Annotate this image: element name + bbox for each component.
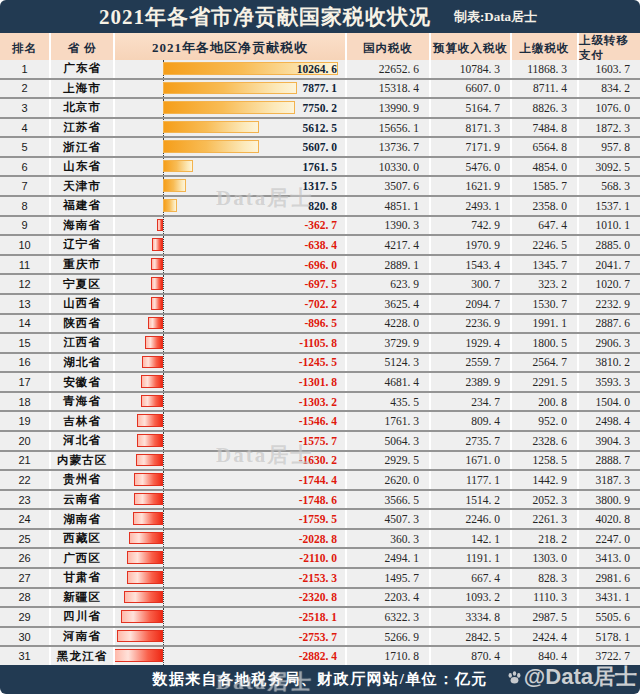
net-tax-bar xyxy=(124,591,163,604)
budget-income-cell: 742. 9 xyxy=(429,217,510,235)
budget-income-cell: 10784. 3 xyxy=(429,60,510,78)
rank-cell: 3 xyxy=(0,99,49,117)
net-tax-value: -362. 7 xyxy=(304,217,337,235)
zero-baseline xyxy=(163,549,164,567)
zero-baseline xyxy=(163,354,164,372)
net-tax-bar xyxy=(163,121,258,134)
zero-baseline xyxy=(163,315,164,333)
net-tax-bar-cell: -1744. 4 xyxy=(113,471,345,489)
province-cell: 湖北省 xyxy=(49,354,113,372)
zero-baseline xyxy=(163,393,164,411)
domestic-tax-cell: 13736. 7 xyxy=(345,138,429,156)
transfer-payment-cell: 3722. 7 xyxy=(577,647,640,665)
table-row: 14 陕西省 -896. 5 4228. 0 2236. 9 1991. 1 2… xyxy=(0,315,640,335)
net-tax-bar-cell: -2882. 4 xyxy=(113,647,345,665)
paid-tax-cell: 1585. 7 xyxy=(510,177,577,195)
budget-income-cell: 2493. 1 xyxy=(429,197,510,215)
net-tax-bar-cell: 5612. 5 xyxy=(113,119,345,137)
rank-cell: 30 xyxy=(0,628,49,646)
transfer-payment-cell: 1504. 0 xyxy=(577,393,640,411)
net-tax-value: -2518. 1 xyxy=(299,608,337,626)
net-tax-bar xyxy=(136,454,164,467)
zero-baseline xyxy=(163,647,164,665)
rank-cell: 22 xyxy=(0,471,49,489)
domestic-tax-cell: 2889. 1 xyxy=(345,256,429,274)
table-row: 10 辽宁省 -638. 4 4217. 4 1970. 9 2246. 5 2… xyxy=(0,236,640,256)
table-row: 3 北京市 7750. 2 13990. 9 5164. 7 8826. 3 1… xyxy=(0,99,640,119)
net-tax-value: -1301. 8 xyxy=(299,373,337,391)
net-tax-bar-cell: 1761. 5 xyxy=(113,158,345,176)
domestic-tax-cell: 2203. 4 xyxy=(345,589,429,607)
net-tax-bar xyxy=(142,356,163,369)
zero-baseline xyxy=(163,608,164,626)
zero-baseline xyxy=(163,373,164,391)
rank-cell: 23 xyxy=(0,491,49,509)
net-tax-bar-cell: -1748. 6 xyxy=(113,491,345,509)
paid-tax-cell: 2564. 7 xyxy=(510,354,577,372)
net-tax-bar-cell: -1245. 5 xyxy=(113,354,345,372)
domestic-tax-cell: 2620. 0 xyxy=(345,471,429,489)
province-cell: 湖南省 xyxy=(49,510,113,528)
province-cell: 宁夏区 xyxy=(49,275,113,293)
budget-income-cell: 3334. 8 xyxy=(429,608,510,626)
budget-income-cell: 1543. 4 xyxy=(429,256,510,274)
rank-cell: 10 xyxy=(0,236,49,254)
budget-income-cell: 1970. 9 xyxy=(429,236,510,254)
net-tax-value: -1105. 8 xyxy=(299,334,337,352)
author-credit: 制表:Data居士 xyxy=(454,8,537,26)
net-tax-value: 820. 8 xyxy=(308,197,337,215)
domestic-tax-cell: 1495. 7 xyxy=(345,569,429,587)
net-tax-value: -1546. 4 xyxy=(299,412,337,430)
net-tax-bar xyxy=(114,649,163,662)
net-tax-bar xyxy=(134,473,164,486)
net-tax-bar xyxy=(137,414,163,427)
zero-baseline xyxy=(163,236,164,254)
paid-tax-cell: 218. 2 xyxy=(510,530,577,548)
domestic-tax-cell: 15318. 4 xyxy=(345,80,429,98)
transfer-payment-cell: 2906. 3 xyxy=(577,334,640,352)
domestic-tax-cell: 13990. 9 xyxy=(345,99,429,117)
net-tax-value: -2753. 7 xyxy=(299,628,337,646)
paid-tax-cell: 1345. 7 xyxy=(510,256,577,274)
table-row: 16 湖北省 -1245. 5 5124. 3 2559. 7 2564. 7 … xyxy=(0,354,640,374)
net-tax-bar xyxy=(121,610,164,623)
transfer-payment-cell: 2232. 9 xyxy=(577,295,640,313)
paid-tax-cell: 647. 4 xyxy=(510,217,577,235)
domestic-tax-cell: 10330. 0 xyxy=(345,158,429,176)
transfer-payment-cell: 2498. 4 xyxy=(577,412,640,430)
province-cell: 云南省 xyxy=(49,491,113,509)
net-tax-bar-cell: 820. 8 xyxy=(113,197,345,215)
province-cell: 四川省 xyxy=(49,608,113,626)
zero-baseline xyxy=(163,452,164,470)
rank-cell: 4 xyxy=(0,119,49,137)
net-tax-bar xyxy=(163,160,193,173)
net-tax-value: 10264. 6 xyxy=(297,60,337,78)
province-cell: 青海省 xyxy=(49,393,113,411)
province-cell: 海南省 xyxy=(49,217,113,235)
paid-tax-cell: 2358. 0 xyxy=(510,197,577,215)
transfer-payment-cell: 3800. 9 xyxy=(577,491,640,509)
net-tax-bar xyxy=(145,336,164,349)
paid-tax-cell: 2261. 3 xyxy=(510,510,577,528)
budget-income-cell: 2842. 5 xyxy=(429,628,510,646)
budget-income-cell: 5476. 0 xyxy=(429,158,510,176)
paid-tax-cell: 323. 2 xyxy=(510,275,577,293)
net-tax-bar-cell: -896. 5 xyxy=(113,315,345,333)
province-cell: 重庆市 xyxy=(49,256,113,274)
province-cell: 福建省 xyxy=(49,197,113,215)
transfer-payment-cell: 1076. 0 xyxy=(577,99,640,117)
budget-income-cell: 1621. 9 xyxy=(429,177,510,195)
net-tax-bar-cell: -2753. 7 xyxy=(113,628,345,646)
table-row: 18 青海省 -1303. 2 435. 5 234. 7 200. 8 150… xyxy=(0,393,640,413)
net-tax-bar xyxy=(129,532,163,545)
province-cell: 河北省 xyxy=(49,432,113,450)
budget-income-cell: 809. 4 xyxy=(429,412,510,430)
province-cell: 内蒙古区 xyxy=(49,452,113,470)
budget-income-cell: 234. 7 xyxy=(429,393,510,411)
zero-baseline xyxy=(163,334,164,352)
domestic-tax-cell: 6322. 3 xyxy=(345,608,429,626)
budget-income-cell: 1093. 2 xyxy=(429,589,510,607)
budget-income-cell: 2389. 9 xyxy=(429,373,510,391)
table-row: 27 甘肃省 -2153. 3 1495. 7 667. 4 828. 3 29… xyxy=(0,569,640,589)
province-cell: 江苏省 xyxy=(49,119,113,137)
